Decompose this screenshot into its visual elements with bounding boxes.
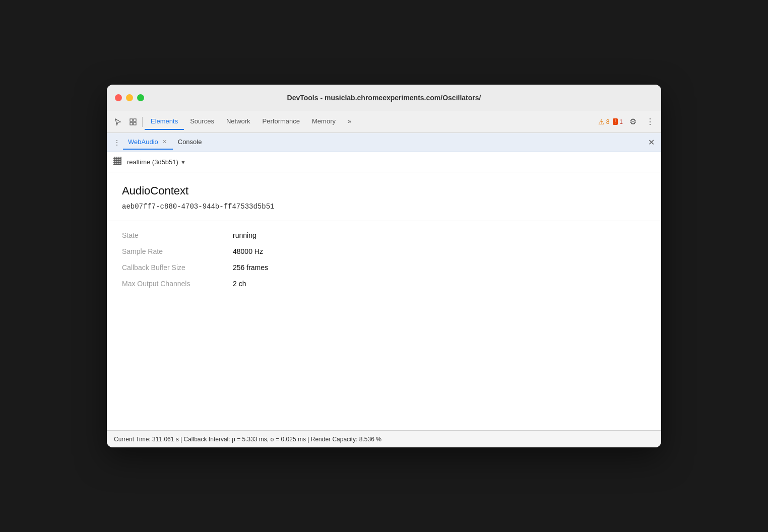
properties-section: State running Sample Rate 48000 Hz Callb… — [107, 221, 661, 306]
sample-rate-value: 48000 Hz — [233, 247, 263, 255]
error-badge[interactable]: ! 1 — [613, 118, 623, 125]
svg-rect-12 — [120, 157, 121, 165]
tab-more[interactable]: » — [342, 113, 357, 130]
callback-buffer-value: 256 frames — [233, 263, 268, 272]
svg-rect-10 — [116, 157, 117, 165]
inspect-icon[interactable] — [126, 115, 140, 129]
tab-network[interactable]: Network — [220, 113, 257, 130]
tab-performance[interactable]: Performance — [257, 113, 306, 130]
panel-close-button[interactable]: ✕ — [645, 137, 657, 149]
context-icon — [113, 156, 122, 168]
panel-tab-console-label: Console — [178, 138, 202, 146]
cursor-icon[interactable] — [111, 115, 125, 129]
settings-button[interactable]: ⚙ — [626, 115, 640, 129]
svg-rect-4 — [134, 122, 136, 125]
devtools-window: DevTools - musiclab.chromeexperiments.co… — [107, 85, 661, 447]
main-toolbar: Elements Sources Network Performance Mem… — [107, 111, 661, 133]
tab-elements[interactable]: Elements — [145, 113, 184, 130]
title-bar: DevTools - musiclab.chromeexperiments.co… — [107, 85, 661, 111]
context-value: realtime (3d5b51) — [127, 158, 178, 166]
max-output-value: 2 ch — [233, 280, 246, 288]
window-title: DevTools - musiclab.chromeexperiments.co… — [287, 94, 481, 102]
property-row-callback-buffer: Callback Buffer Size 256 frames — [122, 263, 646, 272]
more-options-button[interactable]: ⋮ — [643, 115, 657, 129]
max-output-label: Max Output Channels — [122, 280, 233, 288]
toolbar-separator-1 — [142, 117, 143, 127]
svg-rect-11 — [118, 157, 119, 165]
sub-toolbar: ⋮ WebAudio ✕ Console ✕ — [107, 133, 661, 152]
nav-tabs: Elements Sources Network Performance Mem… — [145, 113, 597, 130]
error-count: 1 — [619, 118, 623, 125]
panel-more-button[interactable]: ⋮ — [111, 137, 123, 149]
maximize-button[interactable] — [137, 94, 144, 101]
state-label: State — [122, 231, 233, 239]
status-text: Current Time: 311.061 s | Callback Inter… — [114, 436, 381, 443]
close-button[interactable] — [115, 94, 122, 101]
context-toolbar: realtime (3d5b51) ▼ — [107, 152, 661, 172]
svg-rect-3 — [130, 122, 133, 125]
panel-tab-webaudio-label: WebAudio — [128, 138, 158, 146]
panel-tabs: WebAudio ✕ Console — [123, 135, 645, 150]
warning-count: 8 — [606, 118, 610, 125]
error-icon: ! — [613, 118, 618, 125]
state-value: running — [233, 231, 257, 239]
context-selector[interactable]: realtime (3d5b51) ▼ — [127, 158, 186, 166]
property-row-max-output: Max Output Channels 2 ch — [122, 280, 646, 288]
svg-rect-9 — [114, 157, 115, 165]
tab-memory[interactable]: Memory — [306, 113, 342, 130]
status-bar: Current Time: 311.061 s | Callback Inter… — [107, 430, 661, 447]
svg-rect-2 — [134, 119, 136, 121]
dropdown-arrow-icon: ▼ — [180, 159, 186, 165]
svg-rect-1 — [130, 119, 133, 121]
sample-rate-label: Sample Rate — [122, 247, 233, 255]
tab-sources[interactable]: Sources — [184, 113, 220, 130]
warning-icon: ⚠ — [598, 118, 605, 126]
panel-tab-webaudio[interactable]: WebAudio ✕ — [123, 135, 173, 150]
traffic-lights — [115, 94, 144, 101]
property-row-state: State running — [122, 231, 646, 239]
audio-context-title: AudioContext — [122, 184, 646, 197]
warning-badge[interactable]: ⚠ 8 — [598, 118, 610, 126]
callback-buffer-label: Callback Buffer Size — [122, 263, 233, 272]
main-content: AudioContext aeb07ff7-c880-4703-944b-ff4… — [107, 172, 661, 430]
toolbar-right: ⚠ 8 ! 1 ⚙ ⋮ — [598, 115, 657, 129]
minimize-button[interactable] — [126, 94, 133, 101]
audio-context-section: AudioContext aeb07ff7-c880-4703-944b-ff4… — [107, 172, 661, 221]
audio-context-id: aeb07ff7-c880-4703-944b-ff47533d5b51 — [122, 203, 646, 211]
close-webaudio-tab[interactable]: ✕ — [161, 138, 168, 146]
property-row-sample-rate: Sample Rate 48000 Hz — [122, 247, 646, 255]
panel-tab-console[interactable]: Console — [173, 135, 207, 150]
